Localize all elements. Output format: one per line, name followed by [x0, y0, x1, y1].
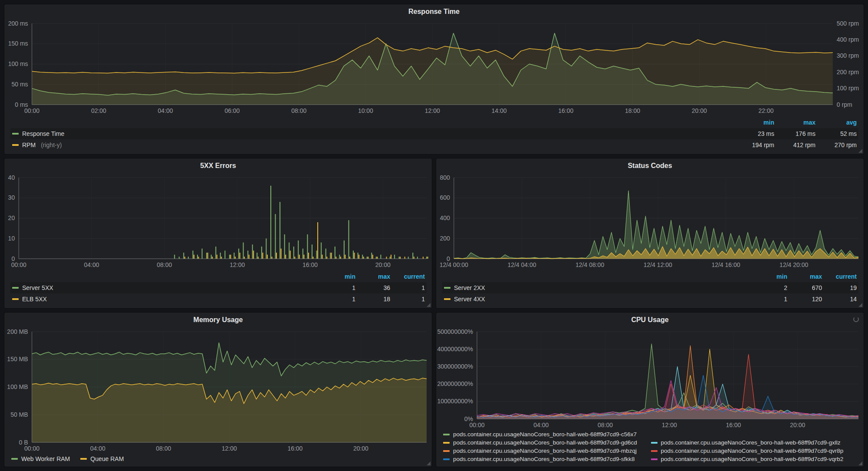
svg-text:500 rpm: 500 rpm [837, 20, 859, 27]
svg-text:16:00: 16:00 [287, 445, 302, 452]
series-toggle-pod-sfkk8[interactable]: pods.container.cpu.usageNanoCores_boro-h… [443, 456, 651, 462]
response-time-chart-canvas[interactable]: 0 ms50 ms100 ms150 ms200 ms0 rpm100 rpm2… [4, 19, 864, 116]
legend-sort-max[interactable]: max [774, 119, 815, 126]
series-label: pods.container.cpu.usageNanoCores_boro-h… [661, 448, 844, 454]
legend-sort-max[interactable]: max [787, 273, 822, 280]
series-toggle-rpm[interactable]: RPM (right-y) [12, 142, 733, 148]
legend-header-row: min max avg [10, 117, 858, 128]
panel-header-memory-usage[interactable]: Memory Usage [4, 313, 432, 327]
series-swatch-icon [443, 458, 450, 460]
svg-text:14:00: 14:00 [491, 107, 506, 114]
panel-resize-handle[interactable] [858, 303, 862, 307]
series-toggle-queue-ram[interactable]: Queue RAM [80, 455, 124, 462]
svg-text:200 ms: 200 ms [8, 20, 28, 27]
legend-sort-avg[interactable]: avg [815, 119, 857, 126]
svg-text:50 ms: 50 ms [11, 81, 28, 88]
panel-title[interactable]: CPU Usage [631, 316, 668, 324]
series-toggle-response-time[interactable]: Response Time [12, 130, 733, 137]
stat-max: 176 ms [774, 130, 815, 137]
panel-loading-spinner-icon [853, 316, 859, 322]
series-toggle-web-worker-ram[interactable]: Web Worker RAM [11, 455, 70, 462]
series-toggle-pod-vqrb2[interactable]: pods.container.cpu.usageNanoCores_boro-h… [651, 456, 859, 462]
svg-text:200: 200 [440, 235, 450, 242]
series-label: Response Time [22, 130, 64, 137]
svg-text:200 rpm: 200 rpm [837, 69, 859, 76]
series-toggle-pod-qvr8p[interactable]: pods.container.cpu.usageNanoCores_boro-h… [651, 448, 859, 454]
panel-title[interactable]: Status Codes [628, 162, 672, 170]
svg-text:400 rpm: 400 rpm [837, 36, 859, 43]
legend-sort-min[interactable]: min [733, 119, 774, 126]
series-toggle-pod-gxllz[interactable]: pods.container.cpu.usageNanoCores_boro-h… [651, 439, 859, 446]
stat-min: 1 [321, 296, 355, 303]
series-toggle-server-4xx[interactable]: Server 4XX [444, 296, 753, 303]
legend-sort-current[interactable]: current [390, 273, 425, 280]
svg-text:04:00: 04:00 [90, 445, 105, 452]
panel-resize-handle[interactable] [858, 149, 862, 153]
series-toggle-server-2xx[interactable]: Server 2XX [444, 284, 753, 291]
svg-text:20:00: 20:00 [375, 261, 391, 268]
legend-sort-current[interactable]: current [822, 273, 857, 280]
legend-row-server-5xx: Server 5XX 1 36 1 [10, 282, 427, 293]
series-toggle-server-5xx[interactable]: Server 5XX [12, 284, 321, 291]
panel-header-5xx-errors[interactable]: 5XX Errors [4, 158, 432, 173]
series-toggle-pod-c56x7[interactable]: pods.container.cpu.usageNanoCores_boro-h… [443, 431, 651, 438]
status-codes-legend: min max current Server 2XX 2 670 19 Serv… [436, 270, 864, 308]
series-label: Queue RAM [90, 455, 124, 462]
svg-text:200000000%: 200000000% [437, 380, 473, 387]
series-swatch-icon [443, 450, 450, 452]
response-time-legend: min max avg Response Time 23 ms 176 ms 5… [4, 116, 864, 154]
svg-text:600: 600 [440, 194, 450, 201]
panel-header-cpu-usage[interactable]: CPU Usage [436, 313, 864, 327]
svg-text:10: 10 [8, 235, 15, 242]
panel-cpu-usage: CPU Usage 0%100000000%200000000%30000000… [436, 313, 864, 467]
svg-text:12/4 08:00: 12/4 08:00 [575, 261, 604, 268]
svg-text:12/4 12:00: 12/4 12:00 [644, 261, 672, 268]
series-swatch-icon [11, 458, 18, 460]
svg-text:800: 800 [440, 174, 450, 181]
cpu-usage-chart-canvas[interactable]: 0%100000000%200000000%300000000%40000000… [436, 327, 864, 430]
series-toggle-elb-5xx[interactable]: ELB 5XX [12, 296, 321, 303]
panel-resize-handle[interactable] [427, 461, 431, 465]
series-toggle-pod-mbzqj[interactable]: pods.container.cpu.usageNanoCores_boro-h… [443, 448, 651, 454]
series-label: ELB 5XX [22, 296, 47, 303]
legend-header-row: min max current [10, 271, 427, 282]
svg-text:12:00: 12:00 [222, 445, 237, 452]
panel-resize-handle[interactable] [858, 461, 862, 465]
stat-min: 23 ms [733, 130, 774, 137]
panel-title[interactable]: Memory Usage [194, 316, 243, 324]
panel-title[interactable]: Response Time [408, 8, 460, 16]
stat-min: 1 [321, 284, 355, 291]
svg-text:100 ms: 100 ms [8, 60, 28, 67]
legend-sort-min[interactable]: min [753, 273, 787, 280]
panel-resize-handle[interactable] [427, 303, 431, 307]
series-swatch-icon [12, 144, 19, 146]
svg-text:12:00: 12:00 [425, 107, 440, 114]
5xx-errors-chart-canvas[interactable]: 01020304000:0004:0008:0012:0016:0020:00 [4, 173, 432, 270]
status-codes-chart-canvas[interactable]: 020040060080012/4 00:0012/4 04:0012/4 08… [436, 173, 864, 270]
memory-usage-legend: Web Worker RAM Queue RAM [4, 454, 432, 467]
series-label: Server 2XX [454, 284, 485, 291]
series-toggle-pod-gd6cd[interactable]: pods.container.cpu.usageNanoCores_boro-h… [443, 439, 651, 446]
series-swatch-icon [443, 442, 450, 444]
panel-title[interactable]: 5XX Errors [200, 162, 236, 170]
cpu-usage-legend: pods.container.cpu.usageNanoCores_boro-h… [436, 430, 864, 467]
svg-text:06:00: 06:00 [224, 107, 240, 114]
svg-text:04:00: 04:00 [84, 261, 99, 268]
panel-header-response-time[interactable]: Response Time [4, 4, 864, 19]
panel-header-status-codes[interactable]: Status Codes [436, 158, 864, 173]
legend-row-elb-5xx: ELB 5XX 1 18 1 [10, 293, 427, 305]
svg-text:10:00: 10:00 [358, 107, 373, 114]
svg-text:04:00: 04:00 [158, 107, 173, 114]
memory-usage-chart-canvas[interactable]: 0 B50 MB100 MB150 MB200 MB00:0004:0008:0… [4, 327, 432, 454]
svg-text:08:00: 08:00 [157, 261, 172, 268]
svg-text:12:00: 12:00 [662, 422, 677, 428]
panel-5xx-errors: 5XX Errors 01020304000:0004:0008:0012:00… [4, 158, 432, 308]
svg-text:08:00: 08:00 [291, 107, 306, 114]
legend-sort-max[interactable]: max [355, 273, 390, 280]
svg-text:16:00: 16:00 [558, 107, 573, 114]
svg-text:50 MB: 50 MB [10, 411, 28, 418]
svg-text:150 ms: 150 ms [8, 40, 28, 47]
legend-sort-min[interactable]: min [321, 273, 355, 280]
svg-text:12/4 04:00: 12/4 04:00 [507, 261, 536, 268]
svg-text:12/4 16:00: 12/4 16:00 [711, 261, 740, 268]
